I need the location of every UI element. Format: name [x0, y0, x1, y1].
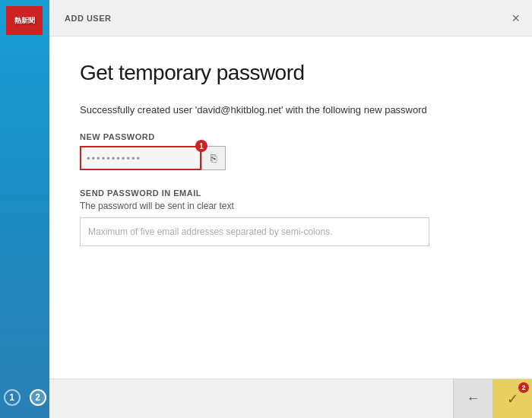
- success-message: Successfully created user 'david@hkitblo…: [80, 103, 502, 117]
- topbar-title: ADD USER: [65, 14, 111, 23]
- email-section: SEND PASSWORD IN EMAIL The password will…: [80, 188, 502, 246]
- password-input[interactable]: [80, 146, 201, 170]
- sidebar: 熱新聞 1 2: [0, 0, 49, 418]
- email-sublabel: The password will be sent in clear text: [80, 201, 502, 211]
- email-label: SEND PASSWORD IN EMAIL: [80, 188, 502, 198]
- logo: 熱新聞: [6, 6, 43, 35]
- content-area: Get temporary password Successfully crea…: [49, 36, 532, 378]
- finish-button[interactable]: ✓ 2: [492, 379, 532, 419]
- password-label: NEW PASSWORD: [80, 132, 502, 141]
- topbar: ADD USER ×: [49, 0, 532, 36]
- password-row: 1 ⎘: [80, 146, 502, 170]
- sidebar-steps: 1 2: [4, 389, 46, 406]
- finish-icon: ✓: [507, 391, 518, 407]
- password-section: NEW PASSWORD 1 ⎘: [80, 132, 502, 170]
- email-input[interactable]: [80, 217, 429, 246]
- sidebar-step-2[interactable]: 2: [30, 389, 46, 406]
- back-button[interactable]: ←: [453, 379, 492, 419]
- sidebar-step-1[interactable]: 1: [4, 389, 21, 406]
- back-icon: ←: [467, 391, 480, 407]
- logo-text: 熱新聞: [14, 16, 35, 26]
- close-button[interactable]: ×: [511, 11, 520, 25]
- page-heading: Get temporary password: [80, 61, 502, 85]
- main-panel: ADD USER × Get temporary password Succes…: [49, 0, 532, 418]
- copy-icon: ⎘: [211, 152, 217, 164]
- finish-step-badge: 2: [518, 382, 529, 393]
- bottom-navigation: ← ✓ 2: [49, 378, 532, 418]
- password-field-wrapper: 1: [80, 146, 201, 170]
